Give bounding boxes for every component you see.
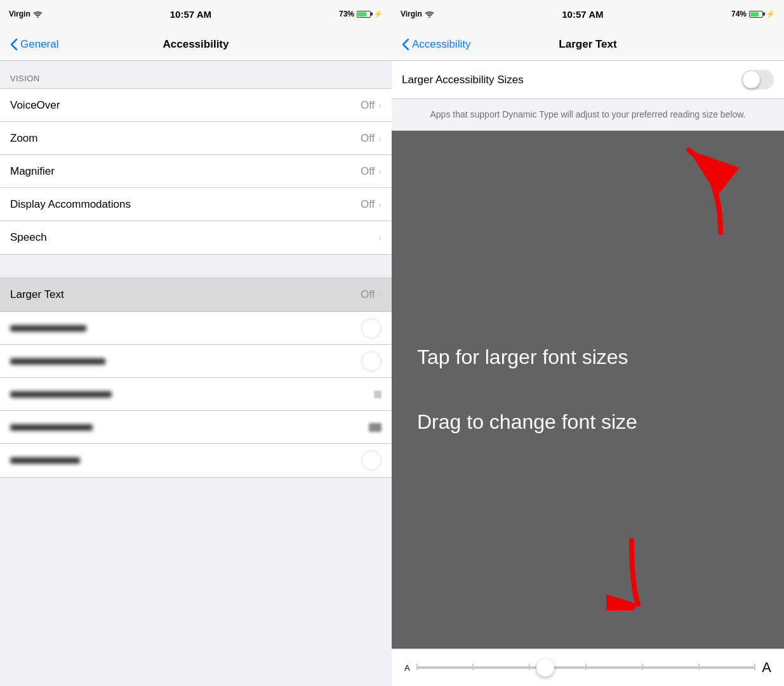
font-preview-row-2 bbox=[0, 345, 392, 378]
larger-text-value: Off bbox=[361, 288, 375, 301]
voiceover-right: Off › bbox=[361, 99, 382, 112]
larger-accessibility-label: Larger Accessibility Sizes bbox=[402, 74, 524, 86]
speech-chevron-icon: › bbox=[378, 232, 382, 243]
display-accommodations-right: Off › bbox=[361, 198, 382, 211]
dark-area: Tap for larger font sizes Drag to change… bbox=[392, 131, 784, 649]
right-page-title: Larger Text bbox=[559, 38, 616, 51]
font-preview-dot-3 bbox=[374, 391, 382, 398]
tick-7 bbox=[754, 664, 755, 670]
vision-section-header: VISION bbox=[0, 61, 392, 88]
display-accommodations-chevron-icon: › bbox=[378, 199, 382, 210]
right-back-label: Accessibility bbox=[412, 38, 471, 51]
zoom-row[interactable]: Zoom Off › bbox=[0, 122, 392, 155]
vision-table: VoiceOver Off › Zoom Off › Magnifier Off… bbox=[0, 88, 392, 255]
font-preview-text-1 bbox=[10, 325, 86, 332]
slider-ticks bbox=[416, 666, 756, 669]
voiceover-row[interactable]: VoiceOver Off › bbox=[0, 89, 392, 122]
left-battery-percent: 73% bbox=[339, 10, 354, 18]
right-battery-icon bbox=[749, 11, 763, 18]
larger-text-row[interactable]: Larger Text Off › bbox=[0, 278, 392, 311]
larger-text-label: Larger Text bbox=[10, 288, 64, 301]
font-preview-row-4 bbox=[0, 411, 392, 444]
magnifier-right: Off › bbox=[361, 165, 382, 178]
right-back-chevron-icon bbox=[402, 38, 409, 51]
left-back-label: General bbox=[20, 38, 58, 51]
right-battery-percent: 74% bbox=[731, 10, 747, 18]
speech-row[interactable]: Speech › bbox=[0, 221, 392, 254]
left-status-right: 73% ⚡ bbox=[339, 10, 383, 18]
left-time: 10:57 AM bbox=[170, 9, 211, 20]
larger-text-table: Larger Text Off › bbox=[0, 278, 392, 312]
font-preview-rect-4 bbox=[369, 423, 382, 432]
tick-6 bbox=[698, 664, 700, 670]
left-carrier: Virgin bbox=[9, 10, 30, 18]
tick-1 bbox=[416, 664, 418, 670]
right-status-left: Virgin bbox=[401, 10, 434, 18]
tick-5 bbox=[642, 664, 643, 670]
right-nav-bar: Accessibility Larger Text bbox=[392, 28, 784, 61]
font-preview-row-5 bbox=[0, 444, 392, 477]
left-panel: Virgin 10:57 AM 73% ⚡ General Accessibil… bbox=[0, 0, 392, 686]
description-box: Apps that support Dynamic Type will adju… bbox=[392, 99, 784, 131]
font-preview-text-5 bbox=[10, 457, 80, 464]
wifi-icon bbox=[33, 11, 43, 18]
slider-knob[interactable] bbox=[536, 659, 554, 676]
speech-label: Speech bbox=[10, 231, 47, 244]
drag-label: Drag to change font size bbox=[417, 409, 637, 436]
font-preview-row-1 bbox=[0, 312, 392, 345]
font-preview-text-2 bbox=[10, 358, 105, 365]
larger-accessibility-toggle[interactable] bbox=[741, 70, 774, 90]
zoom-right: Off › bbox=[361, 132, 382, 145]
larger-accessibility-row: Larger Accessibility Sizes bbox=[392, 61, 784, 98]
left-back-button[interactable]: General bbox=[10, 38, 58, 51]
larger-text-chevron-icon: › bbox=[378, 290, 382, 300]
left-bolt: ⚡ bbox=[373, 10, 383, 18]
left-nav-bar: General Accessibility bbox=[0, 28, 392, 61]
font-preview-table bbox=[0, 312, 392, 478]
tap-label: Tap for larger font sizes bbox=[417, 344, 628, 371]
slider-small-a: A bbox=[404, 663, 410, 673]
font-preview-circle-2 bbox=[361, 351, 382, 372]
font-preview-text-3 bbox=[10, 391, 112, 398]
description-text: Apps that support Dynamic Type will adju… bbox=[430, 109, 746, 119]
left-battery-icon bbox=[357, 11, 371, 18]
left-separator bbox=[0, 255, 392, 278]
svg-point-0 bbox=[37, 16, 38, 17]
magnifier-label: Magnifier bbox=[10, 165, 55, 178]
voiceover-chevron-icon: › bbox=[378, 100, 382, 111]
display-accommodations-label: Display Accommodations bbox=[10, 198, 131, 211]
arrow-up-icon bbox=[670, 137, 746, 239]
voiceover-label: VoiceOver bbox=[10, 99, 60, 112]
right-wifi-icon bbox=[425, 11, 434, 18]
tick-2 bbox=[472, 664, 474, 670]
magnifier-value: Off bbox=[361, 165, 375, 178]
magnifier-chevron-icon: › bbox=[378, 166, 382, 177]
font-preview-circle-1 bbox=[361, 318, 382, 339]
toggle-knob bbox=[743, 71, 760, 88]
zoom-value: Off bbox=[361, 132, 375, 145]
display-accommodations-value: Off bbox=[361, 198, 375, 211]
font-preview-text-4 bbox=[10, 424, 93, 431]
speech-right: › bbox=[378, 232, 382, 243]
tick-3 bbox=[529, 664, 530, 670]
font-size-slider[interactable] bbox=[416, 666, 756, 669]
right-carrier: Virgin bbox=[401, 10, 422, 18]
right-back-button[interactable]: Accessibility bbox=[402, 38, 471, 51]
svg-point-1 bbox=[429, 16, 430, 17]
arrow-down-icon bbox=[606, 534, 657, 610]
display-accommodations-row[interactable]: Display Accommodations Off › bbox=[0, 188, 392, 221]
font-preview-circle-5 bbox=[361, 450, 382, 471]
left-page-title: Accessibility bbox=[163, 38, 229, 51]
slider-large-a: A bbox=[762, 659, 771, 676]
magnifier-row[interactable]: Magnifier Off › bbox=[0, 155, 392, 188]
voiceover-value: Off bbox=[361, 99, 375, 112]
left-back-chevron-icon bbox=[10, 38, 18, 51]
right-status-right: 74% ⚡ bbox=[731, 10, 775, 18]
right-time: 10:57 AM bbox=[562, 9, 603, 20]
left-status-left: Virgin bbox=[9, 10, 43, 18]
right-panel: Virgin 10:57 AM 74% ⚡ Accessibility Larg… bbox=[392, 0, 784, 686]
tick-4 bbox=[585, 664, 587, 670]
left-status-bar: Virgin 10:57 AM 73% ⚡ bbox=[0, 0, 392, 28]
font-preview-row-3 bbox=[0, 378, 392, 411]
zoom-chevron-icon: › bbox=[378, 133, 382, 144]
